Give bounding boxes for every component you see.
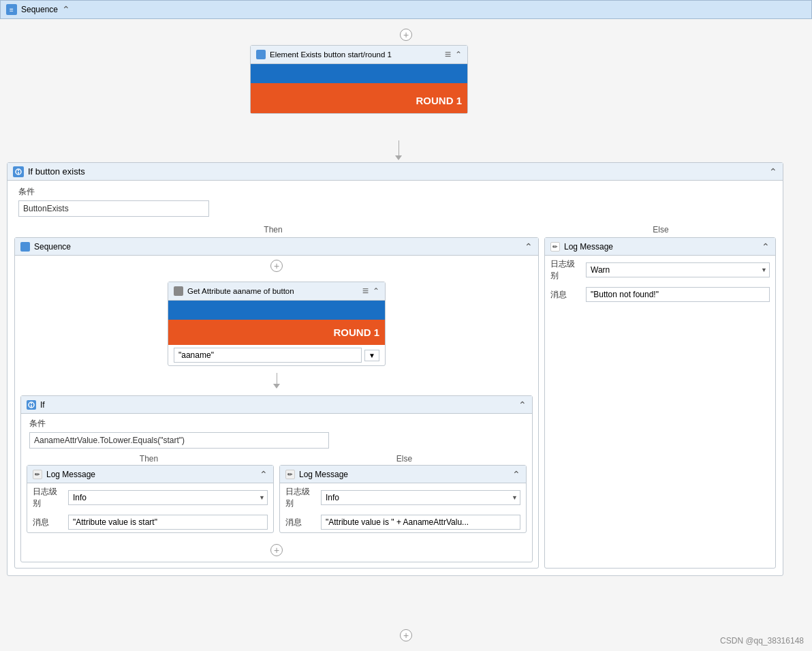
get-attribute-dropdown-input[interactable] <box>174 348 362 363</box>
then-panel-title: Sequence <box>34 242 520 252</box>
if-icon <box>13 166 24 177</box>
get-attribute-dropdown-row: ▼ <box>168 345 385 365</box>
inner-then-else-row: Then Else <box>21 453 532 465</box>
get-attribute-icon <box>174 286 183 296</box>
if-button-exists-container: If button exists ⌃ 条件 Then Else Sequence… <box>7 162 783 576</box>
log-panels-row: ✏ Log Message ⌃ 日志级别 Info Warn <box>21 465 532 539</box>
if-inner-collapse[interactable]: ⌃ <box>518 399 527 410</box>
else-panel-title: Log Message <box>564 242 758 252</box>
top-collapse-button[interactable]: ⌃ <box>62 4 70 15</box>
if-inner-title: If <box>40 400 514 410</box>
top-sequence-bar: ≡ Sequence ⌃ <box>0 0 812 19</box>
then-log-message-label: 消息 <box>33 517 64 528</box>
then-seq-icon <box>20 242 30 252</box>
inner-condition-section: 条件 <box>21 414 532 453</box>
then-log-level-row: 日志级别 Info Warn Error ▼ <box>27 483 273 512</box>
condition-section: 条件 <box>7 181 783 222</box>
get-attribute-header: Get Attribute aaname of button ≡ ⌃ <box>168 282 385 301</box>
element-exists-preview: ROUND 1 <box>251 64 467 113</box>
else-panel-message-row: 消息 <box>545 284 775 305</box>
watermark: CSDN @qq_38316148 <box>720 636 804 646</box>
if-inner-icon <box>27 400 36 410</box>
inner-then-label: Then <box>21 454 277 464</box>
else-log-message-input[interactable] <box>321 515 520 530</box>
then-log-level-select-wrapper: Info Warn Error ▼ <box>68 490 268 505</box>
element-exists-icon <box>256 50 266 59</box>
inner-add-bottom-button[interactable]: + <box>270 544 283 556</box>
element-exists-card: Element Exists button start/round 1 ≡ ⌃ … <box>250 45 468 114</box>
main-canvas: + Element Exists button start/round 1 ≡ … <box>0 19 812 651</box>
then-log-message-input[interactable] <box>68 515 268 530</box>
element-exists-preview-text: ROUND 1 <box>416 95 462 106</box>
then-else-row: Then Else <box>7 222 783 237</box>
else-log-card: ✏ Log Message ⌃ 日志级别 Info Warn <box>279 465 527 533</box>
then-panel: Sequence ⌃ + Get Attribute aaname of but… <box>14 237 539 569</box>
else-log-level-label: 日志级别 <box>285 486 317 509</box>
bottom-add-area: + <box>400 629 412 641</box>
if-button-exists-header: If button exists ⌃ <box>7 163 783 181</box>
condition-label: 条件 <box>18 186 772 198</box>
then-log-level-label: 日志级别 <box>33 486 64 509</box>
if-inner-container: If ⌃ 条件 Then Else <box>20 395 533 562</box>
get-attribute-dropdown-btn[interactable]: ▼ <box>364 350 379 361</box>
inner-else-label: Else <box>277 454 532 464</box>
inner-connector-arrow <box>15 372 538 390</box>
then-panel-header: Sequence ⌃ <box>15 238 538 256</box>
else-panel-level-row: 日志级别 Warn Info Error ▼ <box>545 256 775 284</box>
else-log-message-row: 消息 <box>280 512 526 532</box>
element-exists-title: Element Exists button start/round 1 <box>270 50 441 59</box>
else-panel-message-label: 消息 <box>550 289 582 301</box>
then-panel-collapse[interactable]: ⌃ <box>525 241 533 252</box>
then-top-plus-area: + <box>15 256 538 276</box>
else-panel-message-input[interactable] <box>586 287 770 302</box>
else-panel-log-icon: ✏ <box>550 242 560 252</box>
sequence-icon: ≡ <box>6 4 17 15</box>
then-log-icon: ✏ <box>33 470 42 479</box>
get-attribute-preview: ROUND 1 <box>168 301 385 345</box>
else-log-header: ✏ Log Message ⌃ <box>280 466 526 483</box>
else-log-level-select-wrapper: Info Warn Error ▼ <box>321 490 520 505</box>
else-log-icon: ✏ <box>285 470 295 479</box>
then-log-header: ✏ Log Message ⌃ <box>27 466 273 483</box>
top-add-button[interactable]: + <box>400 29 412 41</box>
else-panel-collapse[interactable]: ⌃ <box>762 241 770 252</box>
get-attribute-card: Get Attribute aaname of button ≡ ⌃ ROUND… <box>168 282 386 366</box>
then-log-level-select[interactable]: Info Warn Error <box>68 490 268 505</box>
else-panel-level-label: 日志级别 <box>550 258 582 282</box>
svg-point-1 <box>18 170 19 171</box>
else-log-level-select[interactable]: Info Warn Error <box>321 490 520 505</box>
bottom-add-button[interactable]: + <box>400 629 412 641</box>
svg-point-4 <box>31 403 32 404</box>
get-attribute-collapse[interactable]: ⌃ <box>373 286 379 296</box>
top-bar-title: Sequence <box>21 5 58 14</box>
then-log-collapse[interactable]: ⌃ <box>260 469 268 480</box>
then-label: Then <box>7 225 539 234</box>
element-exists-header: Element Exists button start/round 1 ≡ ⌃ <box>251 46 467 64</box>
get-attribute-title: Get Attribute aaname of button <box>187 287 358 295</box>
connector-arrow-1 <box>395 140 402 160</box>
get-attribute-menu-icon[interactable]: ≡ <box>362 285 369 297</box>
inner-condition-input[interactable] <box>29 432 329 449</box>
if-button-exists-collapse[interactable]: ⌃ <box>769 166 777 177</box>
get-attribute-preview-text: ROUND 1 <box>333 327 379 338</box>
inner-bottom-plus-area: + <box>21 539 532 562</box>
if-inner-header: If ⌃ <box>21 396 532 414</box>
then-add-top-button[interactable]: + <box>270 260 283 272</box>
else-log-collapse[interactable]: ⌃ <box>512 469 520 480</box>
else-label: Else <box>539 225 783 234</box>
else-panel-header: ✏ Log Message ⌃ <box>545 238 775 256</box>
inner-condition-label: 条件 <box>29 418 524 429</box>
then-else-panels: Sequence ⌃ + Get Attribute aaname of but… <box>7 237 783 575</box>
else-log-message-label: 消息 <box>285 517 317 528</box>
else-log-title: Log Message <box>299 470 508 479</box>
else-panel: ✏ Log Message ⌃ 日志级别 Warn Info Error ▼ <box>544 237 776 569</box>
if-button-exists-title: If button exists <box>28 166 765 177</box>
condition-input[interactable] <box>18 200 209 217</box>
element-exists-collapse-icon[interactable]: ⌃ <box>455 50 462 59</box>
then-log-message-row: 消息 <box>27 512 273 532</box>
else-log-level-row: 日志级别 Info Warn Error ▼ <box>280 483 526 512</box>
then-log-title: Log Message <box>46 470 255 479</box>
element-exists-menu-icon[interactable]: ≡ <box>445 48 451 61</box>
else-panel-level-select[interactable]: Warn Info Error <box>586 262 770 277</box>
else-panel-level-select-wrapper: Warn Info Error ▼ <box>586 262 770 277</box>
